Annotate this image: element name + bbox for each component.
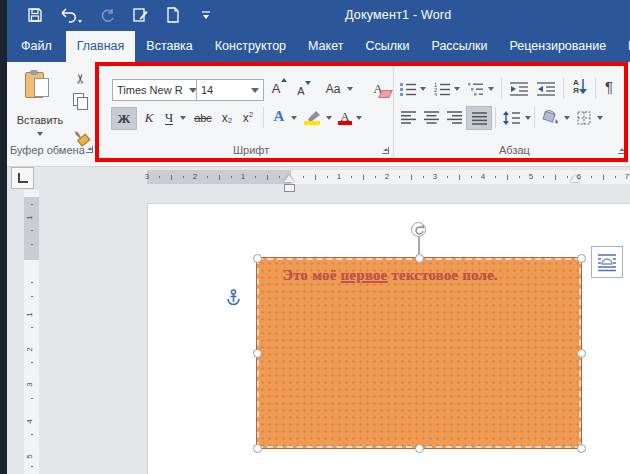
hanging-indent-marker[interactable] (284, 175, 294, 182)
hruler-tick (375, 176, 376, 178)
decrease-indent-button[interactable] (507, 78, 531, 99)
bullets-button[interactable] (397, 78, 419, 99)
vruler-tick (31, 434, 33, 435)
new-document-icon[interactable] (163, 5, 183, 25)
align-center-button[interactable] (420, 107, 442, 128)
hruler-tick (423, 176, 424, 178)
title-bar: Документ1 - Word (7, 0, 630, 30)
tab-Главная[interactable]: Главная (66, 31, 136, 62)
window-title: Документ1 - Word (345, 0, 451, 30)
paste-button[interactable]: Вставить (17, 70, 61, 136)
highlight-color-button[interactable] (301, 106, 323, 127)
shrink-font-button[interactable]: A (291, 80, 311, 101)
multilevel-list-button[interactable] (465, 78, 487, 99)
vruler-tick (31, 244, 33, 245)
selected-textbox[interactable]: Это моё первое текстовое поле. (257, 258, 581, 448)
anchor-icon[interactable] (226, 289, 241, 310)
vruler-tick (31, 398, 33, 399)
show-marks-button[interactable]: ¶ (599, 76, 619, 97)
shading-button[interactable] (538, 106, 562, 127)
tab-Макет[interactable]: Макет (297, 31, 354, 62)
customize-toolbar-icon[interactable] (196, 5, 216, 25)
strikethrough-button[interactable]: abc (190, 107, 216, 128)
underline-button[interactable]: Ч (159, 107, 179, 128)
left-indent-marker[interactable] (284, 184, 295, 192)
vruler-label-1: 1 (25, 312, 34, 316)
handle-top-center[interactable] (415, 254, 424, 263)
italic-button[interactable]: К (140, 107, 158, 128)
vruler-label-4: 4 (25, 419, 34, 423)
paragraph-group-label: Абзац (499, 144, 530, 156)
paste-dropdown-caret (37, 132, 43, 136)
horizontal-ruler: 3211234567 (147, 170, 630, 184)
hruler-tick (459, 175, 460, 180)
vruler-tick (31, 466, 33, 467)
hruler-tick (303, 176, 304, 178)
hruler-tick (495, 176, 496, 178)
hruler-label-1: 1 (337, 172, 341, 181)
font-color-button[interactable]: А (335, 106, 355, 127)
copy-icon[interactable] (73, 93, 87, 108)
numbering-button[interactable]: 123 (431, 78, 453, 99)
subscript-button[interactable]: x2 (217, 107, 237, 128)
font-name-combo[interactable]: Times New R (112, 79, 202, 101)
change-case-caret-icon (347, 87, 353, 91)
font-size-combo[interactable]: 14 (196, 79, 264, 101)
hruler-tick (219, 175, 220, 180)
layout-options-button[interactable] (591, 246, 623, 278)
paragraph-dialog-launcher[interactable] (617, 146, 627, 156)
hruler-label-3: 3 (433, 172, 437, 181)
bullets-caret-icon (420, 87, 426, 91)
superscript-button[interactable]: x2 (238, 107, 258, 128)
save-icon[interactable] (25, 5, 45, 25)
tab-Ссылки[interactable]: Ссылки (354, 31, 420, 62)
rotation-handle[interactable] (411, 222, 426, 237)
hruler-tick (447, 176, 448, 178)
handle-middle-right[interactable] (577, 349, 586, 358)
tab-Вид[interactable]: Вид (617, 31, 630, 62)
change-case-button[interactable]: Aa (321, 78, 345, 99)
sort-button[interactable]: АЯ (567, 76, 593, 97)
undo-icon[interactable] (58, 5, 84, 25)
hruler-tick (351, 176, 352, 178)
vruler-tick (31, 327, 33, 328)
tab-stop-selector[interactable] (11, 167, 34, 189)
redo-icon (97, 5, 117, 25)
edit-document-icon[interactable] (130, 5, 150, 25)
font-name-value: Times New R (117, 84, 183, 96)
ribbon: Вставить ✂ Буфер обмена Times New R 14 A… (7, 62, 630, 167)
tab-Рассылки[interactable]: Рассылки (420, 31, 498, 62)
hruler-tick (315, 175, 316, 180)
line-spacing-button[interactable] (499, 107, 523, 128)
cut-icon[interactable]: ✂ (73, 73, 88, 84)
hruler-label-5: 5 (529, 172, 533, 181)
handle-bottom-right[interactable] (577, 444, 586, 453)
handle-bottom-left[interactable] (253, 444, 262, 453)
clear-formatting-button[interactable]: А (367, 78, 389, 99)
increase-indent-button[interactable] (534, 78, 558, 99)
hruler-tick (507, 175, 508, 180)
tab-Вставка[interactable]: Вставка (135, 31, 203, 62)
num3: 3 (434, 92, 437, 96)
text-effects-button[interactable]: А (268, 106, 290, 127)
hruler-tick (519, 176, 520, 178)
handle-top-left[interactable] (253, 254, 262, 263)
justify-button[interactable] (466, 106, 492, 130)
handle-bottom-center[interactable] (415, 444, 424, 453)
vruler-tick (31, 204, 33, 205)
align-right-button[interactable] (443, 107, 465, 128)
clipboard-dialog-launcher[interactable] (85, 145, 95, 155)
borders-button[interactable] (573, 107, 595, 128)
hruler-tick (555, 175, 556, 180)
bold-button[interactable]: Ж (111, 107, 137, 130)
align-left-button[interactable] (397, 107, 419, 128)
handle-middle-left[interactable] (253, 349, 262, 358)
grow-font-button[interactable]: A (265, 78, 287, 99)
tab-Файл[interactable]: Файл (7, 31, 66, 62)
tab-Конструктор[interactable]: Конструктор (204, 31, 297, 62)
font-dialog-launcher[interactable] (381, 146, 391, 156)
hruler-tick (471, 176, 472, 178)
tab-Рецензирование[interactable]: Рецензирование (499, 31, 618, 62)
desktop-edge-strip (0, 0, 7, 474)
handle-top-right[interactable] (577, 254, 586, 263)
